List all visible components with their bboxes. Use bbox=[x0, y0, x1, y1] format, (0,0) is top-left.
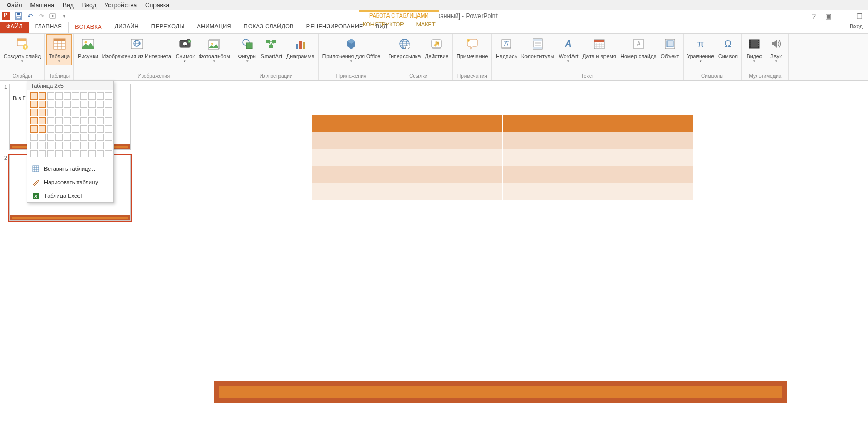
symbol-button[interactable]: ΩСимвол bbox=[717, 35, 739, 60]
grid-cell[interactable] bbox=[88, 92, 96, 100]
grid-cell[interactable] bbox=[47, 142, 54, 149]
undo-button[interactable]: ↶ bbox=[26, 12, 34, 20]
object-button[interactable]: Объект bbox=[659, 35, 681, 60]
grid-cell[interactable] bbox=[72, 134, 79, 141]
start-from-beginning-button[interactable] bbox=[49, 12, 57, 20]
smartart-button[interactable]: SmartArt bbox=[259, 35, 284, 60]
hyperlink-button[interactable]: Гиперссылка bbox=[386, 35, 422, 60]
tab-animations[interactable]: АНИМАЦИЯ bbox=[191, 22, 238, 33]
grid-cell[interactable] bbox=[47, 109, 54, 116]
grid-cell[interactable] bbox=[30, 92, 38, 100]
grid-cell[interactable] bbox=[105, 125, 112, 133]
current-slide[interactable] bbox=[214, 81, 787, 403]
draw-table-menu-item[interactable]: Нарисовать таблицу bbox=[27, 175, 113, 189]
grid-cell[interactable] bbox=[80, 125, 87, 133]
online-pictures-button[interactable]: Изображения из Интернета bbox=[101, 35, 173, 60]
table-button[interactable]: Таблица▾ bbox=[47, 35, 71, 65]
sign-in-link[interactable]: Вход bbox=[845, 22, 868, 33]
shapes-button[interactable]: Фигуры▾ bbox=[236, 35, 258, 65]
photo-album-button[interactable]: Фотоальбом▾ bbox=[197, 35, 232, 65]
restore-button[interactable]: ❐ bbox=[857, 12, 863, 20]
grid-cell[interactable] bbox=[72, 142, 79, 149]
tab-table-layout[interactable]: МАКЕТ bbox=[410, 20, 442, 27]
grid-cell[interactable] bbox=[64, 150, 71, 157]
vm-menu-devices[interactable]: Устройства bbox=[100, 1, 141, 10]
grid-cell[interactable] bbox=[105, 117, 112, 124]
grid-cell[interactable] bbox=[64, 134, 71, 141]
inserted-table[interactable] bbox=[311, 115, 693, 200]
slide-number-button[interactable]: #Номер слайда bbox=[618, 35, 658, 60]
insert-table-menu-item[interactable]: Вставить таблицу... bbox=[27, 162, 113, 175]
grid-cell[interactable] bbox=[39, 150, 46, 157]
grid-cell[interactable] bbox=[30, 150, 38, 157]
grid-cell[interactable] bbox=[88, 134, 96, 141]
vm-menu-file[interactable]: Файл bbox=[3, 1, 26, 10]
grid-cell[interactable] bbox=[80, 150, 87, 157]
tab-file[interactable]: ФАЙЛ bbox=[0, 22, 29, 33]
grid-cell[interactable] bbox=[80, 142, 87, 149]
grid-cell[interactable] bbox=[30, 125, 38, 133]
grid-cell[interactable] bbox=[88, 125, 96, 133]
tab-transitions[interactable]: ПЕРЕХОДЫ bbox=[145, 22, 191, 33]
vm-menu-view[interactable]: Вид bbox=[58, 1, 78, 10]
grid-cell[interactable] bbox=[47, 117, 54, 124]
grid-cell[interactable] bbox=[72, 92, 79, 100]
grid-cell[interactable] bbox=[105, 134, 112, 141]
wordart-button[interactable]: AWordArt▾ bbox=[557, 35, 580, 65]
grid-cell[interactable] bbox=[30, 109, 38, 116]
grid-cell[interactable] bbox=[72, 150, 79, 157]
tab-insert[interactable]: ВСТАВКА bbox=[68, 22, 108, 33]
grid-cell[interactable] bbox=[72, 117, 79, 124]
slide-canvas[interactable] bbox=[133, 81, 868, 432]
new-slide-button[interactable]: ✦Создать слайд▾ bbox=[2, 35, 42, 65]
grid-cell[interactable] bbox=[47, 134, 54, 141]
grid-cell[interactable] bbox=[55, 101, 63, 108]
grid-cell[interactable] bbox=[64, 117, 71, 124]
grid-cell[interactable] bbox=[55, 109, 63, 116]
tab-slideshow[interactable]: ПОКАЗ СЛАЙДОВ bbox=[238, 22, 300, 33]
table-grid-selector[interactable] bbox=[27, 90, 113, 159]
grid-cell[interactable] bbox=[39, 92, 46, 100]
grid-cell[interactable] bbox=[80, 101, 87, 108]
grid-cell[interactable] bbox=[39, 109, 46, 116]
grid-cell[interactable] bbox=[64, 101, 71, 108]
grid-cell[interactable] bbox=[55, 142, 63, 149]
grid-cell[interactable] bbox=[97, 142, 104, 149]
grid-cell[interactable] bbox=[105, 142, 112, 149]
grid-cell[interactable] bbox=[39, 134, 46, 141]
grid-cell[interactable] bbox=[30, 142, 38, 149]
grid-cell[interactable] bbox=[105, 150, 112, 157]
grid-cell[interactable] bbox=[88, 142, 96, 149]
grid-cell[interactable] bbox=[97, 109, 104, 116]
grid-cell[interactable] bbox=[88, 150, 96, 157]
date-time-button[interactable]: Дата и время bbox=[581, 35, 617, 60]
grid-cell[interactable] bbox=[97, 92, 104, 100]
comment-button[interactable]: ✦Примечание bbox=[455, 35, 489, 60]
video-button[interactable]: Видео▾ bbox=[744, 35, 765, 65]
grid-cell[interactable] bbox=[55, 134, 63, 141]
grid-cell[interactable] bbox=[64, 125, 71, 133]
header-footer-button[interactable]: Колонтитулы bbox=[520, 35, 556, 60]
grid-cell[interactable] bbox=[88, 117, 96, 124]
vm-menu-machine[interactable]: Машина bbox=[26, 1, 58, 10]
grid-cell[interactable] bbox=[55, 117, 63, 124]
textbox-button[interactable]: AНадпись bbox=[494, 35, 519, 60]
tab-table-design[interactable]: КОНСТРУКТОР bbox=[357, 20, 410, 27]
grid-cell[interactable] bbox=[88, 109, 96, 116]
grid-cell[interactable] bbox=[64, 109, 71, 116]
grid-cell[interactable] bbox=[72, 101, 79, 108]
grid-cell[interactable] bbox=[64, 142, 71, 149]
grid-cell[interactable] bbox=[30, 101, 38, 108]
grid-cell[interactable] bbox=[55, 150, 63, 157]
grid-cell[interactable] bbox=[97, 101, 104, 108]
grid-cell[interactable] bbox=[64, 92, 71, 100]
apps-button[interactable]: Приложения для Office▾ bbox=[321, 35, 382, 65]
action-button[interactable]: Действие bbox=[423, 35, 450, 60]
grid-cell[interactable] bbox=[97, 134, 104, 141]
screenshot-button[interactable]: +Снимок▾ bbox=[174, 35, 196, 65]
help-button[interactable]: ? bbox=[812, 12, 816, 20]
grid-cell[interactable] bbox=[97, 117, 104, 124]
grid-cell[interactable] bbox=[30, 117, 38, 124]
vm-menu-input[interactable]: Ввод bbox=[78, 1, 101, 10]
grid-cell[interactable] bbox=[39, 117, 46, 124]
